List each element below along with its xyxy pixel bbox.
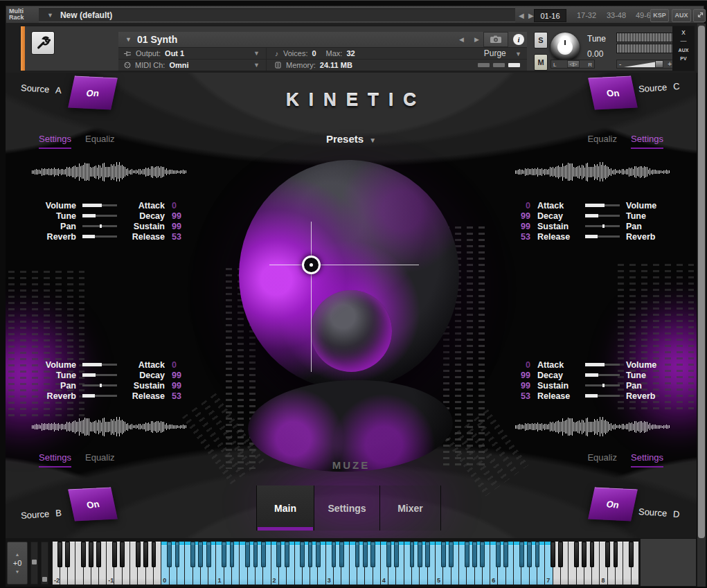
piano-black-key[interactable] <box>590 542 595 567</box>
piano-black-key[interactable] <box>363 542 368 567</box>
piano-black-key[interactable] <box>316 542 321 567</box>
piano-black-key[interactable] <box>472 542 477 567</box>
mute-button[interactable]: M <box>534 54 548 71</box>
purge-menu[interactable]: Purge ▼ <box>484 48 521 58</box>
midi-channel-select[interactable]: MIDI Ch: Omni ▼ <box>118 60 265 71</box>
source-d-volume-slider[interactable] <box>585 364 620 366</box>
piano-black-key[interactable] <box>355 542 360 567</box>
piano-black-key[interactable] <box>175 542 180 567</box>
piano-black-key[interactable] <box>308 542 313 567</box>
source-b-pan-slider[interactable] <box>82 384 117 386</box>
piano-black-key[interactable] <box>418 542 422 567</box>
piano-black-key[interactable] <box>65 542 70 567</box>
source-c-volume-slider[interactable] <box>585 204 620 206</box>
multi-prev-icon[interactable]: ◀ <box>519 12 524 19</box>
piano-black-key[interactable] <box>339 542 344 567</box>
source-d-on-button[interactable]: On <box>588 487 638 521</box>
piano-black-key[interactable] <box>370 542 375 567</box>
rack-page-button-3[interactable]: 33-48 <box>602 9 630 22</box>
source-b-tune-slider[interactable] <box>82 374 117 376</box>
source-c-pan-slider[interactable] <box>585 225 620 227</box>
performance-view-toggle[interactable]: PV <box>680 56 686 61</box>
piano-black-key[interactable] <box>394 542 399 567</box>
piano-black-key[interactable] <box>120 542 125 567</box>
prev-instrument-icon[interactable]: ◀ <box>459 36 464 43</box>
volume-handle[interactable] <box>655 60 663 68</box>
piano-black-key[interactable] <box>198 542 203 567</box>
pan-slider[interactable]: L ◁▷ R <box>551 60 595 69</box>
piano-black-key[interactable] <box>167 542 172 567</box>
piano-black-key[interactable] <box>143 542 148 567</box>
piano-black-key[interactable] <box>527 542 532 567</box>
rack-page-button-2[interactable]: 17-32 <box>573 9 600 22</box>
snapshot-view-button[interactable] <box>483 32 508 47</box>
aux-button[interactable]: AUX <box>672 9 691 22</box>
piano-black-key[interactable] <box>81 542 86 567</box>
piano-keyboard[interactable]: -2-1012345678 <box>52 542 639 585</box>
multi-snapshot-selector[interactable]: ▼ New (default) <box>39 8 515 22</box>
piano-black-key[interactable] <box>535 542 540 567</box>
source-d-pan-slider[interactable] <box>585 384 620 386</box>
piano-black-key[interactable] <box>519 542 524 567</box>
source-c-tab-settings[interactable]: Settings <box>631 134 663 149</box>
piano-black-key[interactable] <box>332 542 337 567</box>
piano-black-key[interactable] <box>480 542 485 567</box>
piano-black-key[interactable] <box>503 542 508 567</box>
piano-black-key[interactable] <box>558 542 563 567</box>
pan-handle[interactable]: ◁▷ <box>567 60 580 68</box>
piano-black-key[interactable] <box>253 542 258 567</box>
source-b-volume-slider[interactable] <box>82 364 117 366</box>
piano-black-key[interactable] <box>614 542 618 567</box>
source-b-on-button[interactable]: On <box>68 487 118 521</box>
edit-instrument-button[interactable] <box>31 31 55 55</box>
source-d-tune-slider[interactable] <box>585 374 620 376</box>
source-a-tab-settings[interactable]: Settings <box>39 134 71 149</box>
piano-black-key[interactable] <box>245 542 250 567</box>
source-c-tune-slider[interactable] <box>585 215 620 217</box>
piano-black-key[interactable] <box>605 542 610 567</box>
info-icon[interactable]: i <box>513 34 524 45</box>
rack-page-button-1[interactable]: 01-16 <box>534 9 566 22</box>
piano-black-key[interactable] <box>629 542 634 567</box>
keyboard-zoom-handle[interactable] <box>32 560 37 564</box>
piano-black-key[interactable] <box>449 542 454 567</box>
close-icon[interactable]: x <box>681 28 686 36</box>
tab-settings[interactable]: Settings <box>314 485 379 531</box>
source-a-volume-slider[interactable] <box>82 204 117 206</box>
volume-slider[interactable]: - + <box>616 60 674 69</box>
piano-black-key[interactable] <box>57 542 62 567</box>
source-b-tab-settings[interactable]: Settings <box>39 452 71 467</box>
multi-next-icon[interactable]: ▶ <box>528 12 534 19</box>
piano-black-key[interactable] <box>496 542 501 567</box>
source-b-reverb-slider[interactable] <box>82 395 117 397</box>
piano-black-key[interactable] <box>276 542 281 567</box>
next-instrument-icon[interactable]: ▶ <box>474 36 479 43</box>
ksp-button[interactable]: KSP <box>650 9 669 22</box>
piano-black-key[interactable] <box>230 542 235 567</box>
piano-black-key[interactable] <box>136 542 141 567</box>
piano-black-key[interactable] <box>112 542 117 567</box>
xy-pad-handle[interactable] <box>302 256 321 274</box>
piano-black-key[interactable] <box>89 542 93 567</box>
transpose-up-icon[interactable]: ▲ <box>15 552 20 557</box>
piano-black-key[interactable] <box>574 542 579 567</box>
transpose-control[interactable]: ▲ +0 ▼ <box>7 542 28 585</box>
scrollbar-thumb[interactable] <box>698 26 705 538</box>
instrument-title-row[interactable]: ▼ 01 Synth ◀ ▶ i <box>118 32 527 47</box>
output-select[interactable]: Output: Out 1 ▼ <box>118 48 265 59</box>
solo-button[interactable]: S <box>534 32 548 48</box>
vertical-scrollbar[interactable] <box>697 24 706 587</box>
keyboard-scroll-track[interactable] <box>41 542 48 585</box>
source-d-reverb-slider[interactable] <box>585 395 620 397</box>
piano-black-key[interactable] <box>222 542 226 567</box>
piano-black-key[interactable] <box>582 542 587 567</box>
minimize-rack-icon[interactable] <box>693 9 706 22</box>
piano-black-key[interactable] <box>386 542 391 567</box>
tab-main[interactable]: Main <box>256 485 314 531</box>
transpose-down-icon[interactable]: ▼ <box>15 569 20 574</box>
piano-black-key[interactable] <box>410 542 415 567</box>
piano-black-key[interactable] <box>441 542 446 567</box>
piano-black-key[interactable] <box>96 542 101 567</box>
source-d-tab-equaliz[interactable]: Equaliz <box>587 452 617 467</box>
piano-black-key[interactable] <box>425 542 430 567</box>
